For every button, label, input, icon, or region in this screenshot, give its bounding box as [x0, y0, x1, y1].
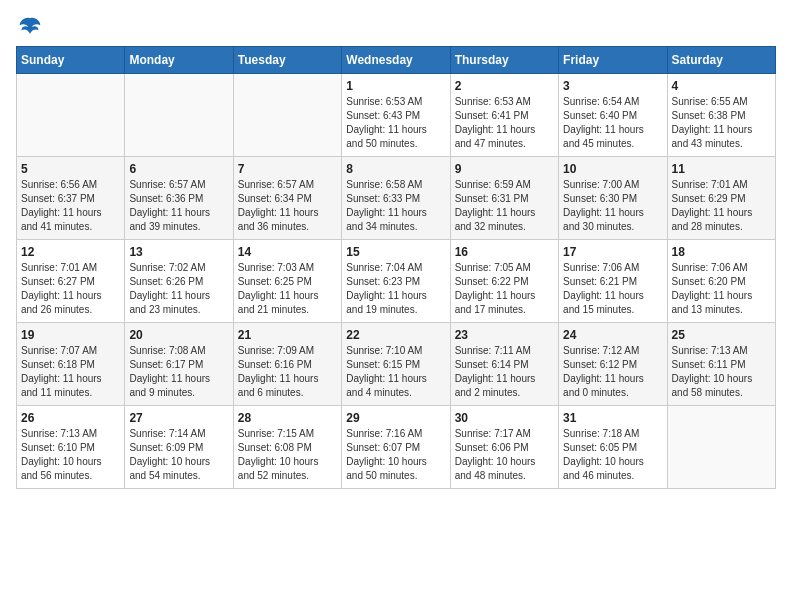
calendar-cell: 30Sunrise: 7:17 AM Sunset: 6:06 PM Dayli…	[450, 406, 558, 489]
calendar-week-1: 1Sunrise: 6:53 AM Sunset: 6:43 PM Daylig…	[17, 74, 776, 157]
calendar-cell: 28Sunrise: 7:15 AM Sunset: 6:08 PM Dayli…	[233, 406, 341, 489]
day-info: Sunrise: 6:55 AM Sunset: 6:38 PM Dayligh…	[672, 95, 771, 151]
calendar-cell: 9Sunrise: 6:59 AM Sunset: 6:31 PM Daylig…	[450, 157, 558, 240]
calendar-cell	[125, 74, 233, 157]
calendar-cell: 21Sunrise: 7:09 AM Sunset: 6:16 PM Dayli…	[233, 323, 341, 406]
day-number: 27	[129, 411, 228, 425]
calendar-cell: 6Sunrise: 6:57 AM Sunset: 6:36 PM Daylig…	[125, 157, 233, 240]
calendar-cell: 10Sunrise: 7:00 AM Sunset: 6:30 PM Dayli…	[559, 157, 667, 240]
day-number: 7	[238, 162, 337, 176]
calendar-cell: 8Sunrise: 6:58 AM Sunset: 6:33 PM Daylig…	[342, 157, 450, 240]
day-info: Sunrise: 7:03 AM Sunset: 6:25 PM Dayligh…	[238, 261, 337, 317]
day-info: Sunrise: 7:08 AM Sunset: 6:17 PM Dayligh…	[129, 344, 228, 400]
day-info: Sunrise: 7:14 AM Sunset: 6:09 PM Dayligh…	[129, 427, 228, 483]
calendar-cell: 11Sunrise: 7:01 AM Sunset: 6:29 PM Dayli…	[667, 157, 775, 240]
day-number: 30	[455, 411, 554, 425]
day-number: 10	[563, 162, 662, 176]
day-info: Sunrise: 7:12 AM Sunset: 6:12 PM Dayligh…	[563, 344, 662, 400]
day-number: 19	[21, 328, 120, 342]
day-info: Sunrise: 6:57 AM Sunset: 6:36 PM Dayligh…	[129, 178, 228, 234]
day-number: 11	[672, 162, 771, 176]
calendar-cell: 18Sunrise: 7:06 AM Sunset: 6:20 PM Dayli…	[667, 240, 775, 323]
weekday-header-wednesday: Wednesday	[342, 47, 450, 74]
day-number: 17	[563, 245, 662, 259]
day-info: Sunrise: 7:02 AM Sunset: 6:26 PM Dayligh…	[129, 261, 228, 317]
day-info: Sunrise: 7:13 AM Sunset: 6:11 PM Dayligh…	[672, 344, 771, 400]
day-number: 22	[346, 328, 445, 342]
calendar-cell: 14Sunrise: 7:03 AM Sunset: 6:25 PM Dayli…	[233, 240, 341, 323]
calendar-cell: 17Sunrise: 7:06 AM Sunset: 6:21 PM Dayli…	[559, 240, 667, 323]
day-number: 12	[21, 245, 120, 259]
day-number: 26	[21, 411, 120, 425]
calendar-cell: 13Sunrise: 7:02 AM Sunset: 6:26 PM Dayli…	[125, 240, 233, 323]
weekday-header-friday: Friday	[559, 47, 667, 74]
day-number: 5	[21, 162, 120, 176]
calendar-cell: 12Sunrise: 7:01 AM Sunset: 6:27 PM Dayli…	[17, 240, 125, 323]
day-info: Sunrise: 7:04 AM Sunset: 6:23 PM Dayligh…	[346, 261, 445, 317]
day-info: Sunrise: 6:59 AM Sunset: 6:31 PM Dayligh…	[455, 178, 554, 234]
calendar-cell: 24Sunrise: 7:12 AM Sunset: 6:12 PM Dayli…	[559, 323, 667, 406]
day-info: Sunrise: 7:07 AM Sunset: 6:18 PM Dayligh…	[21, 344, 120, 400]
calendar-cell: 15Sunrise: 7:04 AM Sunset: 6:23 PM Dayli…	[342, 240, 450, 323]
day-number: 18	[672, 245, 771, 259]
calendar-cell: 26Sunrise: 7:13 AM Sunset: 6:10 PM Dayli…	[17, 406, 125, 489]
day-number: 15	[346, 245, 445, 259]
calendar-week-5: 26Sunrise: 7:13 AM Sunset: 6:10 PM Dayli…	[17, 406, 776, 489]
day-number: 23	[455, 328, 554, 342]
day-info: Sunrise: 7:15 AM Sunset: 6:08 PM Dayligh…	[238, 427, 337, 483]
page-header	[16, 16, 776, 36]
calendar-week-3: 12Sunrise: 7:01 AM Sunset: 6:27 PM Dayli…	[17, 240, 776, 323]
calendar-cell: 4Sunrise: 6:55 AM Sunset: 6:38 PM Daylig…	[667, 74, 775, 157]
weekday-header-tuesday: Tuesday	[233, 47, 341, 74]
day-info: Sunrise: 6:57 AM Sunset: 6:34 PM Dayligh…	[238, 178, 337, 234]
calendar-cell: 3Sunrise: 6:54 AM Sunset: 6:40 PM Daylig…	[559, 74, 667, 157]
logo-bird-icon	[18, 16, 42, 36]
calendar-cell: 29Sunrise: 7:16 AM Sunset: 6:07 PM Dayli…	[342, 406, 450, 489]
calendar-cell: 20Sunrise: 7:08 AM Sunset: 6:17 PM Dayli…	[125, 323, 233, 406]
logo	[16, 16, 42, 36]
day-info: Sunrise: 7:00 AM Sunset: 6:30 PM Dayligh…	[563, 178, 662, 234]
calendar-week-2: 5Sunrise: 6:56 AM Sunset: 6:37 PM Daylig…	[17, 157, 776, 240]
calendar-cell: 25Sunrise: 7:13 AM Sunset: 6:11 PM Dayli…	[667, 323, 775, 406]
calendar-week-4: 19Sunrise: 7:07 AM Sunset: 6:18 PM Dayli…	[17, 323, 776, 406]
day-info: Sunrise: 7:05 AM Sunset: 6:22 PM Dayligh…	[455, 261, 554, 317]
day-info: Sunrise: 7:06 AM Sunset: 6:21 PM Dayligh…	[563, 261, 662, 317]
weekday-header-thursday: Thursday	[450, 47, 558, 74]
calendar-cell: 19Sunrise: 7:07 AM Sunset: 6:18 PM Dayli…	[17, 323, 125, 406]
day-number: 14	[238, 245, 337, 259]
day-number: 21	[238, 328, 337, 342]
day-info: Sunrise: 7:01 AM Sunset: 6:27 PM Dayligh…	[21, 261, 120, 317]
calendar-cell	[233, 74, 341, 157]
day-number: 31	[563, 411, 662, 425]
weekday-header-sunday: Sunday	[17, 47, 125, 74]
calendar-cell: 31Sunrise: 7:18 AM Sunset: 6:05 PM Dayli…	[559, 406, 667, 489]
logo-text-area	[16, 16, 42, 36]
day-number: 28	[238, 411, 337, 425]
calendar-cell: 5Sunrise: 6:56 AM Sunset: 6:37 PM Daylig…	[17, 157, 125, 240]
day-info: Sunrise: 7:18 AM Sunset: 6:05 PM Dayligh…	[563, 427, 662, 483]
day-info: Sunrise: 7:09 AM Sunset: 6:16 PM Dayligh…	[238, 344, 337, 400]
calendar-cell: 1Sunrise: 6:53 AM Sunset: 6:43 PM Daylig…	[342, 74, 450, 157]
day-info: Sunrise: 7:06 AM Sunset: 6:20 PM Dayligh…	[672, 261, 771, 317]
day-number: 29	[346, 411, 445, 425]
day-info: Sunrise: 6:53 AM Sunset: 6:43 PM Dayligh…	[346, 95, 445, 151]
calendar-cell: 27Sunrise: 7:14 AM Sunset: 6:09 PM Dayli…	[125, 406, 233, 489]
day-number: 24	[563, 328, 662, 342]
day-number: 6	[129, 162, 228, 176]
day-number: 13	[129, 245, 228, 259]
day-number: 3	[563, 79, 662, 93]
day-info: Sunrise: 7:11 AM Sunset: 6:14 PM Dayligh…	[455, 344, 554, 400]
calendar-cell: 22Sunrise: 7:10 AM Sunset: 6:15 PM Dayli…	[342, 323, 450, 406]
calendar-cell: 16Sunrise: 7:05 AM Sunset: 6:22 PM Dayli…	[450, 240, 558, 323]
day-info: Sunrise: 7:01 AM Sunset: 6:29 PM Dayligh…	[672, 178, 771, 234]
weekday-header-row: SundayMondayTuesdayWednesdayThursdayFrid…	[17, 47, 776, 74]
calendar-table: SundayMondayTuesdayWednesdayThursdayFrid…	[16, 46, 776, 489]
weekday-header-monday: Monday	[125, 47, 233, 74]
calendar-cell: 23Sunrise: 7:11 AM Sunset: 6:14 PM Dayli…	[450, 323, 558, 406]
day-info: Sunrise: 6:53 AM Sunset: 6:41 PM Dayligh…	[455, 95, 554, 151]
day-info: Sunrise: 6:54 AM Sunset: 6:40 PM Dayligh…	[563, 95, 662, 151]
calendar-cell: 7Sunrise: 6:57 AM Sunset: 6:34 PM Daylig…	[233, 157, 341, 240]
day-number: 1	[346, 79, 445, 93]
calendar-cell	[667, 406, 775, 489]
calendar-cell	[17, 74, 125, 157]
